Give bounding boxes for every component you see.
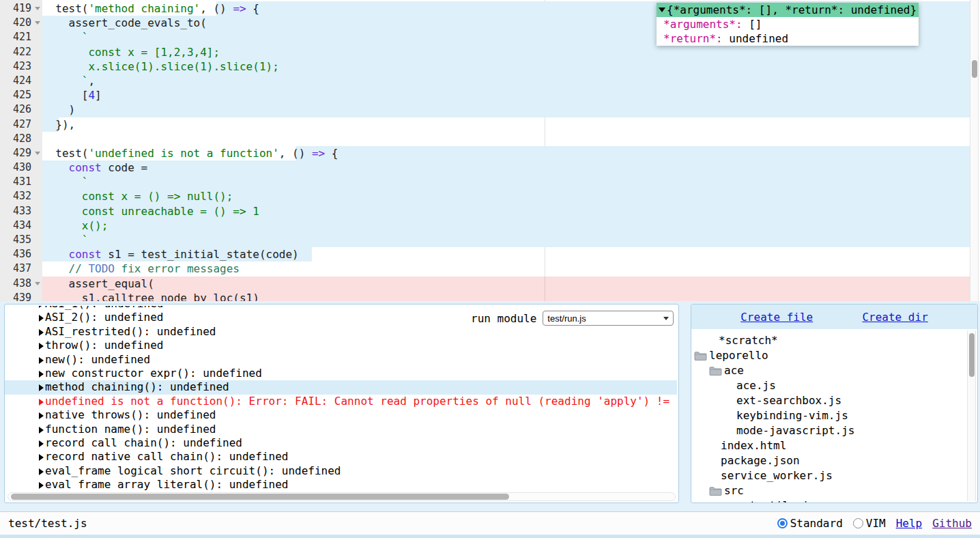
editor-vertical-scrollbar[interactable] <box>970 0 979 301</box>
fold-arrow-icon[interactable] <box>35 21 40 25</box>
test-result-item[interactable]: record call chain(): undefined <box>5 436 677 450</box>
test-result-item[interactable]: eval_frame logical short circuit(): unde… <box>5 464 677 478</box>
expand-triangle-icon[interactable] <box>39 343 44 350</box>
expand-triangle-icon[interactable] <box>39 329 44 336</box>
inspector-header[interactable]: {*arguments*: [], *return*: undefined} <box>657 3 919 17</box>
folder-icon <box>709 486 722 496</box>
expand-triangle-icon[interactable] <box>39 357 44 364</box>
fold-arrow-icon[interactable] <box>35 7 40 10</box>
tree-file[interactable]: index.html <box>691 438 977 453</box>
gutter-line-number: 438 <box>0 277 42 291</box>
gutter-line-number: 423 <box>0 59 42 74</box>
folder-icon <box>694 351 707 361</box>
keybinding-standard-option[interactable]: Standard <box>777 517 843 530</box>
code-line[interactable]: const x = [1,2,3,4]; <box>42 45 970 59</box>
gutter-line-number: 425 <box>0 88 42 102</box>
tree-vertical-scrollbar[interactable] <box>967 330 976 501</box>
radio-vim-icon[interactable] <box>853 518 863 528</box>
test-result-item[interactable]: ASI_restrited(): undefined <box>5 325 677 339</box>
code-line-text: [4] <box>42 88 970 102</box>
expand-triangle-icon[interactable] <box>39 306 44 308</box>
tree-folder[interactable]: ace <box>691 363 977 378</box>
run-module-label: run module <box>471 312 536 325</box>
gutter-line-number: 434 <box>0 218 42 233</box>
inspector-row-return[interactable]: *return*: undefined <box>657 31 919 46</box>
radio-standard-icon[interactable] <box>777 518 788 528</box>
help-link[interactable]: Help <box>896 517 923 530</box>
expand-triangle-icon[interactable] <box>39 384 44 391</box>
code-line[interactable]: const code = <box>42 160 970 175</box>
results-horizontal-scrollbar[interactable] <box>8 492 676 501</box>
expand-triangle-icon[interactable] <box>39 482 44 489</box>
create-dir-link[interactable]: Create dir <box>862 311 927 324</box>
file-tree[interactable]: *scratch*leporelloaceace.jsext-searchbox… <box>691 329 977 503</box>
test-result-item[interactable]: new constructor expr(): undefined <box>5 367 677 380</box>
code-line-text: const unreachable = () => 1 <box>42 204 970 218</box>
code-line[interactable]: }), <box>42 117 970 132</box>
code-line[interactable]: ` <box>42 175 970 189</box>
test-result-item[interactable]: eval_frame array_literal(): undefined <box>5 478 677 490</box>
expand-triangle-icon[interactable] <box>39 454 44 461</box>
gutter-line-number: 426 <box>0 102 42 117</box>
test-result-item[interactable]: native throws(): undefined <box>5 408 677 422</box>
value-inspector-tooltip[interactable]: {*arguments*: [], *return*: undefined} *… <box>657 3 919 46</box>
keybinding-vim-option[interactable]: VIM <box>853 517 886 530</box>
test-result-item[interactable]: function name(): undefined <box>5 423 677 436</box>
expand-triangle-icon[interactable] <box>39 371 44 378</box>
gutter-line-number: 439 <box>0 291 42 301</box>
tree-folder[interactable]: leporello <box>691 348 977 363</box>
code-line[interactable]: x(); <box>42 218 970 233</box>
expand-triangle-icon[interactable] <box>39 427 44 434</box>
expand-triangle-icon[interactable] <box>39 440 44 447</box>
tree-folder[interactable]: src <box>691 483 977 498</box>
code-line-text: s1.calltree_node_by_loc(s1) <box>42 291 970 301</box>
expand-triangle-icon[interactable] <box>39 412 44 419</box>
run-module-select[interactable]: test/run.js <box>543 311 674 326</box>
tree-file[interactable]: mode-javascript.js <box>691 423 977 438</box>
test-result-item[interactable]: new(): undefined <box>5 353 677 367</box>
code-line[interactable]: ) <box>42 102 970 117</box>
code-line[interactable]: `, <box>42 74 970 88</box>
code-line[interactable]: // TODO fix error messages <box>42 261 970 276</box>
fold-arrow-icon[interactable] <box>35 152 40 155</box>
tree-file[interactable]: service_worker.js <box>691 468 977 483</box>
github-link[interactable]: Github <box>932 517 972 530</box>
expand-triangle-icon[interactable] <box>39 399 44 406</box>
fold-arrow-icon[interactable] <box>35 282 40 285</box>
tree-file[interactable]: ast_utils.js <box>691 498 977 503</box>
scrollbar-thumb[interactable] <box>11 494 509 500</box>
test-result-item[interactable]: method chaining(): undefined <box>5 380 677 394</box>
test-result-item[interactable]: record native call chain(): undefined <box>5 450 677 464</box>
inspector-row-arguments[interactable]: *arguments*: [] <box>657 17 919 31</box>
code-line[interactable]: [4] <box>42 88 970 102</box>
tree-file[interactable]: package.json <box>691 453 977 468</box>
tree-file[interactable]: ace.js <box>691 378 977 393</box>
code-line-text: const x = [1,2,3,4]; <box>42 45 970 59</box>
collapse-triangle-icon[interactable] <box>659 8 665 12</box>
code-line[interactable]: const unreachable = () => 1 <box>42 204 970 218</box>
code-line[interactable]: x.slice(1).slice(1).slice(1); <box>42 59 970 74</box>
code-line-text: const code = <box>42 160 970 175</box>
scrollbar-thumb[interactable] <box>969 333 975 377</box>
tree-file[interactable]: ext-searchbox.js <box>691 393 977 408</box>
code-line-text: x(); <box>42 218 970 233</box>
gutter-line-number: 421 <box>0 30 42 44</box>
code-line[interactable]: ` <box>42 233 970 247</box>
scrollbar-thumb[interactable] <box>972 60 977 78</box>
code-line[interactable]: test('undefined is not a function', () =… <box>42 146 970 160</box>
expand-triangle-icon[interactable] <box>39 468 44 475</box>
test-result-item[interactable]: throw(): undefined <box>5 339 677 352</box>
test-result-item[interactable]: undefined is not a function(): Error: FA… <box>5 395 677 408</box>
code-line[interactable]: assert_equal( <box>42 277 970 291</box>
expand-triangle-icon[interactable] <box>39 315 44 322</box>
tree-file[interactable]: keybinding-vim.js <box>691 408 977 423</box>
create-file-link[interactable]: Create file <box>740 311 813 324</box>
folder-icon <box>709 366 722 376</box>
code-line[interactable]: const s1 = test_initial_state(code) <box>42 247 970 261</box>
code-line[interactable] <box>42 132 970 146</box>
code-line[interactable]: s1.calltree_node_by_loc(s1) <box>42 291 970 301</box>
tree-file[interactable]: *scratch* <box>691 333 977 348</box>
test-results-list[interactable]: ASI_1(): undefinedASI_2(): undefinedASI_… <box>5 306 677 490</box>
code-line[interactable]: const x = () => null(); <box>42 189 970 203</box>
code-editor[interactable]: 4194204214224234244254264274284294304314… <box>0 0 980 301</box>
